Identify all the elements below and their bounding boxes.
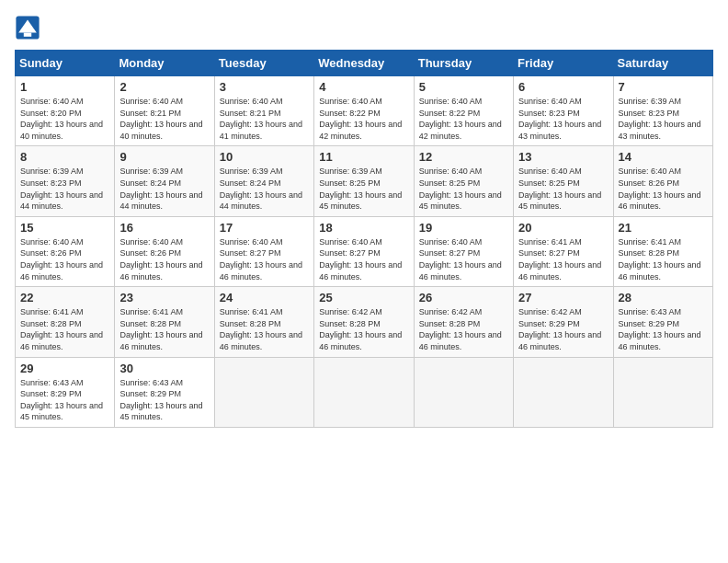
day-number: 9 (119, 150, 209, 164)
day-number: 11 (319, 150, 408, 164)
day-number: 1 (20, 80, 109, 94)
day-number: 19 (419, 221, 508, 235)
day-number: 10 (220, 150, 309, 164)
calendar-day-cell (613, 357, 712, 427)
calendar-day-cell (414, 357, 513, 427)
calendar-day-cell: 12 Sunrise: 6:40 AM Sunset: 8:25 PM Dayl… (414, 146, 513, 216)
page-header (15, 15, 713, 40)
day-number: 8 (20, 150, 109, 164)
day-number: 16 (119, 221, 209, 235)
logo (15, 15, 44, 40)
logo-icon (15, 15, 40, 40)
day-info: Sunrise: 6:39 AM Sunset: 8:23 PM Dayligh… (619, 96, 708, 142)
calendar-day-cell: 23 Sunrise: 6:41 AM Sunset: 8:28 PM Dayl… (115, 287, 214, 357)
calendar-day-cell: 13 Sunrise: 6:40 AM Sunset: 8:25 PM Dayl… (514, 146, 613, 216)
day-number: 17 (220, 221, 309, 235)
weekday-header: Thursday (414, 51, 513, 76)
day-info: Sunrise: 6:39 AM Sunset: 8:24 PM Dayligh… (119, 166, 209, 212)
day-info: Sunrise: 6:40 AM Sunset: 8:26 PM Dayligh… (619, 166, 708, 212)
calendar-day-cell: 3 Sunrise: 6:40 AM Sunset: 8:21 PM Dayli… (214, 76, 313, 146)
weekday-header: Saturday (613, 51, 712, 76)
day-number: 18 (319, 221, 408, 235)
day-number: 20 (518, 221, 608, 235)
calendar-day-cell: 26 Sunrise: 6:42 AM Sunset: 8:28 PM Dayl… (414, 287, 513, 357)
day-number: 2 (119, 80, 209, 94)
calendar-day-cell: 1 Sunrise: 6:40 AM Sunset: 8:20 PM Dayli… (16, 76, 115, 146)
day-info: Sunrise: 6:40 AM Sunset: 8:25 PM Dayligh… (419, 166, 508, 212)
calendar-day-cell: 6 Sunrise: 6:40 AM Sunset: 8:23 PM Dayli… (514, 76, 613, 146)
day-number: 13 (518, 150, 608, 164)
weekday-header: Sunday (16, 51, 115, 76)
day-info: Sunrise: 6:42 AM Sunset: 8:28 PM Dayligh… (419, 306, 508, 352)
day-number: 30 (119, 362, 209, 375)
calendar-week-row: 15 Sunrise: 6:40 AM Sunset: 8:26 PM Dayl… (16, 216, 713, 286)
day-number: 5 (419, 80, 508, 94)
calendar-day-cell: 2 Sunrise: 6:40 AM Sunset: 8:21 PM Dayli… (115, 76, 214, 146)
day-info: Sunrise: 6:43 AM Sunset: 8:29 PM Dayligh… (119, 377, 209, 423)
calendar-day-cell (514, 357, 613, 427)
day-info: Sunrise: 6:40 AM Sunset: 8:23 PM Dayligh… (518, 96, 608, 142)
calendar-day-cell (314, 357, 414, 427)
day-info: Sunrise: 6:43 AM Sunset: 8:29 PM Dayligh… (619, 306, 708, 352)
calendar-day-cell: 20 Sunrise: 6:41 AM Sunset: 8:27 PM Dayl… (514, 216, 613, 286)
weekday-header: Monday (115, 51, 214, 76)
day-info: Sunrise: 6:41 AM Sunset: 8:28 PM Dayligh… (619, 236, 708, 282)
calendar-day-cell: 18 Sunrise: 6:40 AM Sunset: 8:27 PM Dayl… (314, 216, 414, 286)
calendar-day-cell: 19 Sunrise: 6:40 AM Sunset: 8:27 PM Dayl… (414, 216, 513, 286)
day-number: 21 (619, 221, 708, 235)
calendar-day-cell: 10 Sunrise: 6:39 AM Sunset: 8:24 PM Dayl… (214, 146, 313, 216)
weekday-header: Friday (514, 51, 613, 76)
day-info: Sunrise: 6:39 AM Sunset: 8:25 PM Dayligh… (319, 166, 408, 212)
day-info: Sunrise: 6:42 AM Sunset: 8:28 PM Dayligh… (319, 306, 408, 352)
day-number: 29 (20, 362, 109, 375)
day-info: Sunrise: 6:40 AM Sunset: 8:22 PM Dayligh… (319, 96, 408, 142)
day-info: Sunrise: 6:40 AM Sunset: 8:22 PM Dayligh… (419, 96, 508, 142)
day-info: Sunrise: 6:40 AM Sunset: 8:27 PM Dayligh… (419, 236, 508, 282)
calendar-body: 1 Sunrise: 6:40 AM Sunset: 8:20 PM Dayli… (16, 76, 713, 428)
calendar-day-cell: 9 Sunrise: 6:39 AM Sunset: 8:24 PM Dayli… (115, 146, 214, 216)
weekday-header: Tuesday (214, 51, 313, 76)
day-info: Sunrise: 6:40 AM Sunset: 8:26 PM Dayligh… (20, 236, 109, 282)
day-info: Sunrise: 6:41 AM Sunset: 8:28 PM Dayligh… (220, 306, 309, 352)
calendar-day-cell: 24 Sunrise: 6:41 AM Sunset: 8:28 PM Dayl… (214, 287, 313, 357)
day-number: 22 (20, 291, 109, 304)
day-info: Sunrise: 6:43 AM Sunset: 8:29 PM Dayligh… (20, 377, 109, 423)
day-number: 14 (619, 150, 708, 164)
day-number: 23 (119, 291, 209, 304)
calendar-day-cell: 30 Sunrise: 6:43 AM Sunset: 8:29 PM Dayl… (115, 357, 214, 427)
day-number: 4 (319, 80, 408, 94)
calendar-day-cell: 29 Sunrise: 6:43 AM Sunset: 8:29 PM Dayl… (16, 357, 115, 427)
calendar-day-cell: 28 Sunrise: 6:43 AM Sunset: 8:29 PM Dayl… (613, 287, 712, 357)
day-info: Sunrise: 6:39 AM Sunset: 8:23 PM Dayligh… (20, 166, 109, 212)
day-info: Sunrise: 6:41 AM Sunset: 8:28 PM Dayligh… (20, 306, 109, 352)
day-info: Sunrise: 6:40 AM Sunset: 8:26 PM Dayligh… (119, 236, 209, 282)
calendar-day-cell: 11 Sunrise: 6:39 AM Sunset: 8:25 PM Dayl… (314, 146, 414, 216)
day-number: 7 (619, 80, 708, 94)
day-info: Sunrise: 6:39 AM Sunset: 8:24 PM Dayligh… (220, 166, 309, 212)
calendar-day-cell: 27 Sunrise: 6:42 AM Sunset: 8:29 PM Dayl… (514, 287, 613, 357)
day-number: 28 (619, 291, 708, 304)
calendar-day-cell: 17 Sunrise: 6:40 AM Sunset: 8:27 PM Dayl… (214, 216, 313, 286)
day-number: 25 (319, 291, 408, 304)
day-info: Sunrise: 6:40 AM Sunset: 8:21 PM Dayligh… (220, 96, 309, 142)
calendar-week-row: 29 Sunrise: 6:43 AM Sunset: 8:29 PM Dayl… (16, 357, 713, 427)
day-info: Sunrise: 6:40 AM Sunset: 8:27 PM Dayligh… (319, 236, 408, 282)
calendar-day-cell: 15 Sunrise: 6:40 AM Sunset: 8:26 PM Dayl… (16, 216, 115, 286)
day-number: 24 (220, 291, 309, 304)
calendar-week-row: 8 Sunrise: 6:39 AM Sunset: 8:23 PM Dayli… (16, 146, 713, 216)
calendar-day-cell: 4 Sunrise: 6:40 AM Sunset: 8:22 PM Dayli… (314, 76, 414, 146)
calendar-day-cell: 25 Sunrise: 6:42 AM Sunset: 8:28 PM Dayl… (314, 287, 414, 357)
day-info: Sunrise: 6:42 AM Sunset: 8:29 PM Dayligh… (518, 306, 608, 352)
day-info: Sunrise: 6:40 AM Sunset: 8:21 PM Dayligh… (119, 96, 209, 142)
day-info: Sunrise: 6:40 AM Sunset: 8:20 PM Dayligh… (20, 96, 109, 142)
day-number: 3 (220, 80, 309, 94)
day-number: 6 (518, 80, 608, 94)
calendar-day-cell: 16 Sunrise: 6:40 AM Sunset: 8:26 PM Dayl… (115, 216, 214, 286)
day-info: Sunrise: 6:41 AM Sunset: 8:27 PM Dayligh… (518, 236, 608, 282)
calendar-day-cell: 8 Sunrise: 6:39 AM Sunset: 8:23 PM Dayli… (16, 146, 115, 216)
svg-rect-2 (24, 33, 31, 37)
calendar-table: SundayMondayTuesdayWednesdayThursdayFrid… (15, 50, 713, 428)
calendar-day-cell: 14 Sunrise: 6:40 AM Sunset: 8:26 PM Dayl… (613, 146, 712, 216)
day-number: 12 (419, 150, 508, 164)
calendar-day-cell: 7 Sunrise: 6:39 AM Sunset: 8:23 PM Dayli… (613, 76, 712, 146)
